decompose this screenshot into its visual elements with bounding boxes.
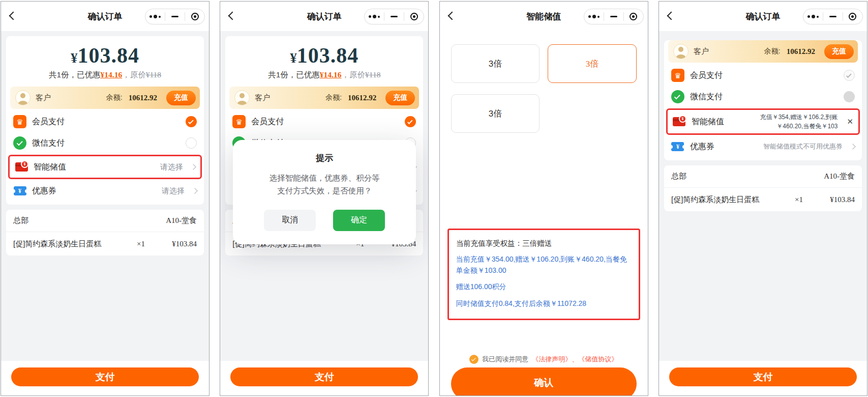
- store-row: 总部 A10-堂食: [664, 165, 862, 188]
- select-hint: 请选择: [160, 162, 183, 172]
- original-price: ¥118: [365, 70, 380, 79]
- radio-member-checked[interactable]: [186, 116, 197, 127]
- smart-value-detail: 充值￥354,赠送￥106.2,到账 ￥460.20,当餐免￥103: [760, 112, 838, 131]
- back-icon[interactable]: [667, 12, 675, 20]
- more-button[interactable]: [145, 9, 165, 24]
- pay-method-coupon[interactable]: ¥ 优惠券 智能储值模式不可用优惠券: [664, 136, 862, 157]
- close-button[interactable]: [404, 9, 424, 24]
- wechat-pay-icon: [13, 136, 26, 150]
- pay-method-label: 优惠券: [32, 186, 156, 196]
- pay-method-wechat[interactable]: 微信支付: [664, 86, 862, 107]
- recharge-option-3[interactable]: 3倍: [451, 94, 540, 133]
- balance-value: 10612.92: [348, 94, 376, 102]
- pay-method-smart-value[interactable]: ¥ 智能储值 充值￥354,赠送￥106.2,到账 ￥460.20,当餐免￥10…: [668, 110, 858, 133]
- pay-method-wechat[interactable]: 微信支付: [6, 132, 204, 154]
- member-balance-bar: 客户 余额: 10612.92 充值: [668, 40, 858, 63]
- order-item-row: [促]简约森系淡奶生日蛋糕 ×1 ¥103.84: [6, 232, 204, 256]
- screenshot-stage: 确认订单 ¥ 103.84 共1份，已优惠¥14.16，原价¥118: [0, 0, 868, 397]
- pay-method-member[interactable]: ♛ 会员支付: [664, 65, 862, 86]
- dialog-message: 选择智能储值，优惠券、积分等 支付方式失效，是否使用？: [243, 172, 406, 197]
- agreement-links[interactable]: 《法律声明》、《储值协议》: [532, 355, 618, 364]
- currency-symbol: ¥: [290, 50, 297, 66]
- confirm-dialog: 提示 选择智能储值，优惠券、积分等 支付方式失效，是否使用？ 取消 确定: [233, 140, 416, 244]
- pay-method-member[interactable]: ♛ 会员支付: [225, 111, 423, 132]
- recharge-button[interactable]: 充值: [385, 91, 415, 105]
- agreement-checkbox-checked[interactable]: [469, 355, 478, 364]
- minimize-icon: [171, 16, 178, 17]
- radio-wechat-unchecked[interactable]: [186, 137, 197, 149]
- chevron-right-icon: [192, 188, 197, 193]
- recharge-option-2-selected[interactable]: 3倍: [548, 44, 637, 83]
- more-dots-icon: [149, 15, 161, 18]
- member-balance-bar: 客户 余额: 10612.92 充值: [229, 87, 419, 109]
- back-icon[interactable]: [9, 12, 18, 20]
- pay-method-label: 智能储值: [692, 117, 755, 127]
- record-circle-icon: [630, 13, 637, 20]
- footer-bar: 支付: [659, 361, 867, 395]
- cancel-button[interactable]: 取消: [264, 210, 316, 231]
- dining-mode: A10-堂食: [166, 216, 197, 225]
- back-icon[interactable]: [228, 12, 237, 20]
- pay-button[interactable]: 支付: [669, 367, 857, 386]
- member-name: 客户: [255, 93, 320, 103]
- radio-member-disabled-checked: [844, 70, 855, 81]
- record-circle-icon: [410, 13, 418, 20]
- navbar: 智能储值: [440, 2, 648, 31]
- item-quantity: ×1: [126, 240, 156, 248]
- dialog-message-line1: 选择智能储值，优惠券、积分等: [243, 172, 406, 185]
- more-dots-icon: [807, 15, 819, 18]
- store-items-card: 总部 A10-堂食 [促]简约森系淡奶生日蛋糕 ×1 ¥103.84: [664, 165, 862, 211]
- minimize-button[interactable]: [823, 9, 843, 24]
- dialog-title: 提示: [243, 152, 406, 164]
- miniprogram-capsule: [145, 9, 205, 24]
- minimize-button[interactable]: [384, 9, 404, 24]
- recharge-button[interactable]: 充值: [824, 44, 854, 59]
- pay-method-label: 微信支付: [690, 92, 838, 102]
- discount-amount: ¥14.16: [101, 70, 123, 79]
- dialog-message-line2: 支付方式失效，是否使用？: [243, 185, 406, 197]
- more-button[interactable]: [365, 9, 384, 24]
- smart-value-highlight-box: ¥ 智能储值 充值￥354,赠送￥106.2,到账 ￥460.20,当餐免￥10…: [666, 108, 860, 135]
- more-button[interactable]: [584, 9, 604, 24]
- discount-amount: ¥14.16: [320, 70, 342, 79]
- store-name: 总部: [671, 172, 686, 181]
- pay-method-label: 智能储值: [34, 162, 155, 173]
- remove-smart-value-icon[interactable]: ✕: [847, 117, 853, 126]
- minimize-button[interactable]: [165, 9, 185, 24]
- minimize-button[interactable]: [604, 9, 623, 24]
- screen-order-confirm-2-modal: 确认订单 ¥ 103.84 共1份，已优惠¥14.16，原价¥118: [220, 1, 429, 396]
- recharge-option-1[interactable]: 3倍: [451, 44, 540, 83]
- confirm-button[interactable]: 确认: [451, 367, 637, 396]
- dining-mode: A10-堂食: [824, 172, 855, 181]
- pay-method-member[interactable]: ♛ 会员支付: [6, 111, 204, 132]
- more-button[interactable]: [803, 9, 823, 24]
- agreement-row: 我已阅读并同意 《法律声明》、《储值协议》: [440, 355, 648, 364]
- minimize-icon: [610, 16, 617, 17]
- radio-wechat-disabled: [844, 91, 855, 102]
- close-button[interactable]: [624, 9, 643, 24]
- pay-button[interactable]: 支付: [11, 367, 199, 386]
- page-body: 客户 余额: 10612.92 充值 ♛ 会员支付 微信支付: [659, 31, 867, 362]
- close-button[interactable]: [185, 9, 204, 24]
- pay-button[interactable]: 支付: [230, 367, 418, 386]
- balance-label: 余额:: [764, 47, 781, 56]
- radio-member-checked[interactable]: [405, 116, 416, 127]
- pay-method-smart-value[interactable]: ¥ 智能储值 请选择: [10, 156, 200, 178]
- order-summary-card: ¥ 103.84 共1份，已优惠¥14.16，原价¥118 客户 余额: 106…: [6, 36, 204, 205]
- coupon-unavailable-note: 智能储值模式不可用优惠券: [763, 142, 843, 151]
- pay-method-coupon[interactable]: ¥ 优惠券 请选择: [6, 180, 204, 202]
- coupon-ticket-icon: ¥: [671, 140, 684, 153]
- item-price: ¥103.84: [156, 240, 197, 248]
- footer-bar: 支付: [220, 361, 428, 395]
- stored-value-card-icon: ¥: [15, 160, 28, 174]
- confirm-button[interactable]: 确定: [333, 210, 385, 231]
- benefit-line-points: 赠送106.00积分: [456, 281, 632, 293]
- back-icon[interactable]: [447, 12, 456, 20]
- screen-smart-stored-value: 智能储值 3倍 3倍 3倍 当前充值享受权益：三倍赠送 当前充值￥354.00,…: [439, 1, 648, 396]
- recharge-button[interactable]: 充值: [166, 91, 196, 105]
- close-button[interactable]: [843, 9, 862, 24]
- currency-symbol: ¥: [71, 50, 78, 66]
- recharge-options: 3倍 3倍 3倍: [451, 44, 637, 133]
- navbar: 确认订单: [659, 2, 867, 31]
- coupon-ticket-icon: ¥: [13, 184, 26, 197]
